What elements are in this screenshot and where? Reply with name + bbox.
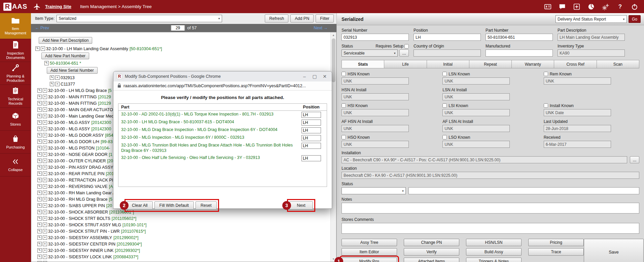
dialog-address-bar[interactable]: raasais.aviationintertec.com/app/TMI/Sub…: [113, 81, 332, 91]
delete-icon[interactable]: ×: [55, 82, 60, 86]
bottom-status-input[interactable]: [408, 187, 639, 194]
add-serial-number-button[interactable]: Add New Serial Number: [47, 67, 98, 74]
sidebar-item-technical-records[interactable]: Technical Records: [0, 85, 31, 108]
tab-repeat[interactable]: Repeat: [469, 60, 512, 68]
pricing-button[interactable]: Pricing: [528, 239, 584, 246]
sidebar-item-planning-production[interactable]: Planning & Production: [0, 62, 31, 85]
requires-setup-checkbox[interactable]: [404, 44, 409, 48]
verify-button[interactable]: Verify: [404, 248, 459, 256]
id-card-icon[interactable]: [544, 3, 552, 11]
breadcrumb[interactable]: Item Management > Assembly Tree: [80, 4, 152, 9]
delete-icon[interactable]: ×: [43, 114, 47, 118]
hso-known-checkbox[interactable]: [342, 135, 346, 139]
clear-all-button[interactable]: Clear All: [127, 201, 153, 209]
edit-icon[interactable]: ✎: [35, 46, 40, 51]
add-part-number-button[interactable]: Add New Part Number: [41, 53, 89, 59]
edit-icon[interactable]: ✎: [37, 223, 42, 227]
triggers-notes-button[interactable]: Triggers & Notes: [466, 258, 522, 262]
edit-icon[interactable]: ✎: [37, 120, 42, 125]
edit-icon[interactable]: ✎: [37, 114, 42, 118]
position-value-input[interactable]: [301, 112, 321, 118]
delete-icon[interactable]: ×: [43, 197, 47, 201]
edit-icon[interactable]: ✎: [37, 235, 42, 240]
close-icon[interactable]: ✕: [320, 72, 330, 81]
power-icon[interactable]: [631, 3, 639, 11]
edit-icon[interactable]: ✎: [37, 127, 42, 131]
position-value-input[interactable]: [301, 127, 321, 133]
fill-with-default-button[interactable]: Fill With Default: [154, 201, 194, 209]
edit-icon[interactable]: ✎: [50, 82, 54, 86]
nav-training-site[interactable]: Training Site: [45, 4, 71, 9]
maximize-icon[interactable]: ▢: [310, 72, 320, 81]
edit-icon[interactable]: ✎: [37, 171, 42, 176]
delete-icon[interactable]: ×: [43, 88, 47, 93]
edit-icon[interactable]: ✎: [50, 75, 54, 80]
edit-icon[interactable]: ✎: [37, 101, 42, 105]
tree-component-item[interactable]: ✎ × 32-10-00 - SIDESTAY INNER LINK [2012…: [31, 247, 336, 254]
rem-known-checkbox[interactable]: [544, 72, 548, 76]
delete-icon[interactable]: ×: [43, 242, 47, 246]
position-value-input[interactable]: [301, 135, 321, 141]
delete-icon[interactable]: ×: [43, 146, 47, 150]
help-icon[interactable]: ?: [616, 3, 624, 11]
installation-ellipsis-button[interactable]: ...: [630, 156, 639, 163]
reset-button[interactable]: Reset: [195, 201, 217, 209]
edit-icon[interactable]: ✎: [37, 146, 42, 150]
go-button[interactable]: Go: [629, 15, 641, 23]
tree-part-number-item[interactable]: ✎ 50-810304-651 *: [31, 60, 336, 66]
delete-icon[interactable]: ×: [43, 139, 47, 144]
assy-tree-button[interactable]: Assy Tree: [342, 239, 397, 246]
add-pn-button[interactable]: Add PN: [290, 14, 314, 23]
tab-stats[interactable]: Stats: [342, 60, 384, 68]
tree-component-item[interactable]: ✎ × 32-10-00 - SIDESTAY LOCK LINK [20088…: [31, 254, 336, 260]
tree-component-item[interactable]: ✎ × 32-10-00 - SIDESTAY ASSEMBLY [201299…: [31, 234, 336, 241]
tab-life[interactable]: Life: [384, 60, 427, 68]
position-value-input[interactable]: [301, 120, 321, 126]
edit-icon[interactable]: ✎: [37, 255, 42, 259]
delete-icon[interactable]: ×: [43, 95, 47, 99]
tab-initial[interactable]: Initial: [427, 60, 469, 68]
tree-root-item[interactable]: ✎ × 32-10-00 - LH Main Landing Gear Asse…: [31, 45, 336, 52]
part-number-input[interactable]: [486, 34, 553, 41]
edit-icon[interactable]: ✎: [37, 107, 42, 112]
edit-icon[interactable]: ✎: [37, 191, 42, 195]
delete-icon[interactable]: ×: [43, 165, 47, 169]
edit-icon[interactable]: ✎: [37, 139, 42, 144]
delete-icon[interactable]: ×: [43, 101, 47, 105]
item-editor-button[interactable]: Item Editor: [342, 248, 397, 256]
delete-icon[interactable]: ×: [43, 159, 47, 163]
edit-icon[interactable]: ✎: [37, 159, 42, 163]
tab-cross-ref[interactable]: Cross Ref: [554, 60, 597, 68]
notes-textarea[interactable]: [342, 203, 639, 214]
sidebar-item-inspection-documents[interactable]: Inspection Documents: [0, 39, 31, 62]
delete-icon[interactable]: ×: [55, 75, 60, 80]
minimize-icon[interactable]: –: [299, 72, 310, 81]
delete-icon[interactable]: ×: [43, 191, 47, 195]
sidebar-item-purchasing[interactable]: Purchasing: [0, 131, 31, 154]
edit-icon[interactable]: ✎: [37, 165, 42, 169]
edit-icon[interactable]: ✎: [37, 229, 42, 233]
delete-icon[interactable]: ×: [43, 184, 47, 189]
status-ellipsis-button[interactable]: ...: [399, 50, 409, 57]
tree-component-item[interactable]: ✎ × 32-10-00 - SIDESTAY OUTER LINK [2012…: [31, 260, 336, 262]
chat-icon[interactable]: [558, 3, 566, 11]
scrollbar-thumb[interactable]: [332, 38, 335, 82]
tab-warranty[interactable]: Warranty: [512, 60, 554, 68]
edit-icon[interactable]: ✎: [37, 184, 42, 189]
delete-icon[interactable]: ×: [43, 255, 47, 259]
stores-comments-textarea[interactable]: [342, 223, 639, 234]
edit-icon[interactable]: ✎: [44, 61, 49, 65]
delete-icon[interactable]: ×: [43, 127, 47, 131]
install-known-checkbox[interactable]: [544, 103, 548, 108]
build-assy-button[interactable]: Build Assy: [466, 248, 522, 256]
position-value-input[interactable]: [301, 155, 321, 161]
filter-button[interactable]: Filter: [316, 14, 334, 23]
lsi-known-checkbox[interactable]: [442, 103, 447, 108]
tree-component-item[interactable]: ✎ × 32-10-00 - SIDESTAY CENTER PIN [2012…: [31, 241, 336, 247]
tree-component-item[interactable]: ✎ × 32-10-00 - SHOCK STRUT ASSY MLG [101…: [31, 222, 336, 228]
attached-items-button[interactable]: Attached Items: [404, 258, 459, 262]
delete-icon[interactable]: ×: [43, 210, 47, 214]
edit-icon[interactable]: ✎: [37, 203, 42, 208]
dialog-titlebar[interactable]: R Modify Sub-Component Positions - Googl…: [113, 71, 332, 81]
sidebar-item-collapse[interactable]: Collapse: [0, 154, 31, 176]
